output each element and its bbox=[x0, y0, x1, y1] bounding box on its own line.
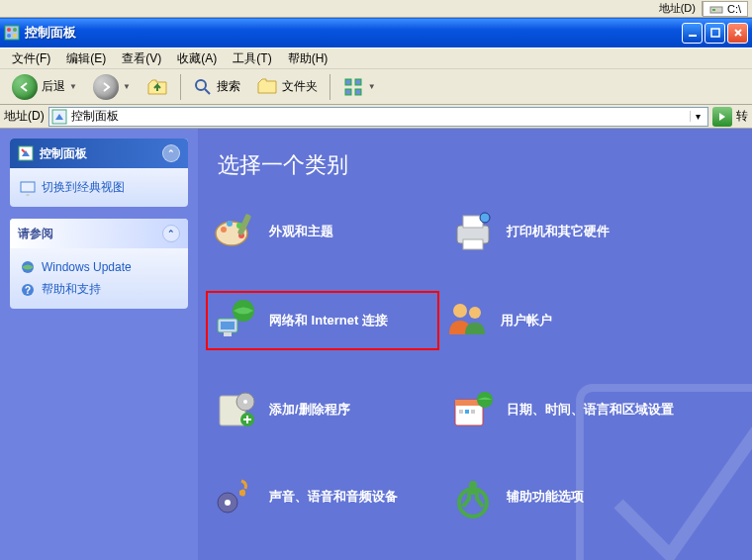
control-panel-icon bbox=[18, 145, 34, 161]
go-label: 转 bbox=[736, 108, 748, 125]
go-button[interactable] bbox=[712, 107, 732, 127]
folders-icon bbox=[256, 76, 278, 98]
views-button[interactable]: ▼ bbox=[336, 73, 382, 101]
category-grid: 外观和主题 打印机和其它硬件 网络和 Internet 连接 bbox=[208, 204, 742, 560]
forward-icon bbox=[93, 74, 119, 100]
category-label: 用户帐户 bbox=[501, 312, 552, 329]
svg-rect-1 bbox=[712, 9, 715, 11]
folder-up-icon bbox=[146, 76, 168, 98]
svg-rect-16 bbox=[21, 182, 35, 192]
svg-point-9 bbox=[196, 80, 206, 90]
chevron-down-icon: ▼ bbox=[368, 82, 376, 91]
category-security[interactable]: 安全中心 bbox=[445, 556, 683, 560]
collapse-icon[interactable]: ⌃ bbox=[162, 225, 180, 242]
svg-rect-0 bbox=[710, 7, 722, 13]
views-icon bbox=[342, 76, 364, 98]
back-button[interactable]: 后退 ▼ bbox=[6, 71, 83, 103]
category-appearance[interactable]: 外观和主题 bbox=[208, 204, 445, 259]
sidebar-link-classic-view[interactable]: 切换到经典视图 bbox=[20, 176, 178, 199]
search-button[interactable]: 搜索 bbox=[187, 74, 246, 100]
forward-button[interactable]: ▼ bbox=[87, 71, 137, 103]
menubar: 文件(F) 编辑(E) 查看(V) 收藏(A) 工具(T) 帮助(H) bbox=[0, 47, 752, 69]
users-icon bbox=[443, 297, 491, 344]
svg-point-3 bbox=[7, 28, 11, 32]
svg-point-36 bbox=[469, 307, 481, 319]
addressbar: 地址(D) 控制面板 ▾ 转 bbox=[0, 105, 752, 129]
sidebar-panel-header[interactable]: 控制面板 ⌃ bbox=[10, 139, 188, 168]
category-label: 网络和 Internet 连接 bbox=[269, 312, 388, 329]
svg-point-35 bbox=[453, 304, 467, 318]
svg-rect-11 bbox=[355, 79, 361, 85]
menu-file[interactable]: 文件(F) bbox=[4, 48, 58, 69]
category-label: 辅助功能选项 bbox=[507, 488, 584, 506]
toolbar: 后退 ▼ ▼ 搜索 文件夹 ▼ bbox=[0, 69, 752, 105]
address-input[interactable]: 控制面板 ▾ bbox=[48, 107, 708, 127]
svg-rect-7 bbox=[689, 35, 697, 37]
menu-view[interactable]: 查看(V) bbox=[114, 48, 169, 69]
window-title: 控制面板 bbox=[25, 24, 682, 42]
svg-rect-33 bbox=[221, 322, 235, 329]
svg-rect-10 bbox=[345, 79, 351, 85]
chevron-down-icon: ▼ bbox=[69, 82, 77, 91]
svg-rect-44 bbox=[465, 410, 469, 414]
main-panel: 选择一个类别 外观和主题 打印机和其它硬件 bbox=[198, 129, 752, 560]
up-button[interactable] bbox=[141, 73, 174, 101]
svg-point-30 bbox=[480, 213, 490, 223]
svg-rect-29 bbox=[463, 239, 483, 249]
drive-icon bbox=[709, 2, 723, 16]
category-printers[interactable]: 打印机和其它硬件 bbox=[445, 204, 683, 259]
back-icon bbox=[12, 74, 38, 100]
collapse-icon[interactable]: ⌃ bbox=[162, 144, 180, 162]
page-heading: 选择一个类别 bbox=[218, 150, 742, 180]
separator bbox=[329, 74, 330, 100]
close-button[interactable] bbox=[727, 23, 748, 44]
menu-tools[interactable]: 工具(T) bbox=[225, 48, 279, 69]
svg-rect-13 bbox=[355, 89, 361, 95]
folders-button[interactable]: 文件夹 bbox=[250, 73, 324, 101]
separator bbox=[180, 74, 181, 100]
category-label: 打印机和其它硬件 bbox=[507, 223, 610, 240]
svg-point-6 bbox=[13, 34, 17, 38]
address-dropdown[interactable]: ▾ bbox=[690, 111, 705, 122]
menu-help[interactable]: 帮助(H) bbox=[280, 48, 336, 69]
menu-favorites[interactable]: 收藏(A) bbox=[169, 48, 225, 69]
appearance-icon bbox=[212, 208, 259, 255]
minimize-button[interactable] bbox=[682, 23, 703, 44]
category-sounds[interactable]: 声音、语音和音频设备 bbox=[208, 469, 445, 524]
top-fragment-bar: 地址(D) C:\ bbox=[0, 0, 752, 18]
svg-point-48 bbox=[225, 500, 231, 506]
svg-point-39 bbox=[243, 400, 247, 404]
category-network[interactable]: 网络和 Internet 连接 bbox=[206, 291, 439, 350]
control-panel-icon bbox=[4, 25, 20, 41]
svg-rect-45 bbox=[471, 410, 475, 414]
sidebar-link-windows-update[interactable]: Windows Update bbox=[20, 256, 178, 278]
top-fragment-path[interactable]: C:\ bbox=[703, 1, 748, 17]
category-datetime[interactable]: 日期、时间、语言和区域设置 bbox=[445, 382, 683, 437]
sound-icon bbox=[212, 473, 259, 520]
category-users[interactable]: 用户帐户 bbox=[439, 291, 677, 350]
svg-rect-34 bbox=[224, 332, 232, 336]
maximize-button[interactable] bbox=[705, 23, 725, 44]
top-fragment-label: 地址(D) bbox=[653, 1, 703, 16]
category-label: 添加/删除程序 bbox=[269, 401, 350, 419]
svg-point-23 bbox=[227, 221, 233, 227]
svg-rect-2 bbox=[5, 26, 19, 40]
category-accessibility[interactable]: 辅助功能选项 bbox=[445, 469, 683, 524]
sidebar-link-help-support[interactable]: ? 帮助和支持 bbox=[20, 278, 178, 301]
svg-point-5 bbox=[7, 34, 11, 38]
globe-icon bbox=[20, 259, 36, 275]
menu-edit[interactable]: 编辑(E) bbox=[58, 48, 114, 69]
svg-rect-43 bbox=[459, 410, 463, 414]
sidebar-panel-header[interactable]: 请参阅 ⌃ bbox=[10, 219, 188, 248]
category-label: 声音、语音和音频设备 bbox=[269, 488, 398, 506]
search-icon bbox=[193, 77, 213, 97]
sidebar-panel-see-also: 请参阅 ⌃ Windows Update ? 帮助和支持 bbox=[10, 219, 188, 309]
svg-rect-8 bbox=[711, 29, 719, 37]
category-label: 外观和主题 bbox=[269, 223, 333, 240]
address-value: 控制面板 bbox=[71, 108, 686, 125]
svg-point-50 bbox=[469, 481, 477, 489]
category-performance[interactable]: 性能和维护 bbox=[208, 556, 445, 560]
network-icon bbox=[212, 297, 259, 344]
category-add-remove[interactable]: 添加/删除程序 bbox=[208, 382, 445, 437]
datetime-icon bbox=[449, 386, 497, 433]
